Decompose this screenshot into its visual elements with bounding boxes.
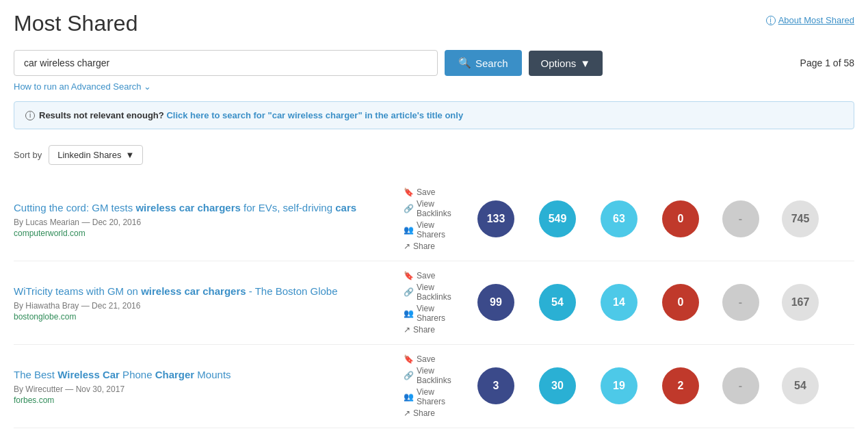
advanced-search-link[interactable]: How to run an Advanced Search ⌄ <box>14 81 854 92</box>
result-title: Cutting the cord: GM tests wireless car … <box>14 200 404 215</box>
search-button[interactable]: 🔍 Search <box>445 50 522 76</box>
linkedin-bubble: 30 <box>539 367 576 404</box>
result-metrics: 133 549 63 0 - 745 <box>465 200 854 237</box>
facebook-bubble: 133 <box>477 200 514 237</box>
result-metrics: 99 54 14 0 - 167 <box>465 284 854 321</box>
table-row: WiTricity teams with GM on wireless car … <box>14 261 854 345</box>
linkedin-bubble: 54 <box>539 284 576 321</box>
result-actions: 🔖Save 🔗View Backlinks 👥View Sharers ↗Sha… <box>404 187 465 251</box>
options-button-label: Options <box>541 57 577 69</box>
result-link[interactable]: The Best Wireless Car Phone Charger Moun… <box>14 369 231 380</box>
notice-link[interactable]: Click here to search for "car wireless c… <box>166 110 463 120</box>
share-action[interactable]: ↗Share <box>404 241 465 251</box>
result-meta: WiTricity teams with GM on wireless car … <box>14 284 404 322</box>
about-link[interactable]: i About Most Shared <box>766 15 854 25</box>
twitter-bubble: 19 <box>601 367 637 404</box>
view-sharers-action[interactable]: 👥View Sharers <box>404 387 465 406</box>
page-count: Page 1 of 58 <box>800 57 854 68</box>
result-title: The Best Wireless Car Phone Charger Moun… <box>14 367 404 382</box>
search-icon: 🔍 <box>458 57 471 69</box>
sharers-icon: 👥 <box>404 392 414 402</box>
save-action[interactable]: 🔖Save <box>404 187 465 197</box>
pinterest-bubble: 0 <box>662 284 699 321</box>
bookmark-icon: 🔖 <box>404 354 414 364</box>
result-byline: By Wirecutter — Nov 30, 2017 <box>14 384 404 394</box>
linkedin-bubble: 549 <box>539 200 576 237</box>
view-sharers-action[interactable]: 👥View Sharers <box>404 220 465 239</box>
share-icon: ↗ <box>404 408 410 418</box>
bookmark-icon: 🔖 <box>404 271 414 280</box>
search-input[interactable] <box>14 50 438 76</box>
result-actions: 🔖Save 🔗View Backlinks 👥View Sharers ↗Sha… <box>404 271 465 335</box>
search-button-label: Search <box>475 57 508 69</box>
result-domain: forbes.com <box>14 395 404 405</box>
link-icon: 🔗 <box>404 371 414 380</box>
twitter-bubble: 63 <box>601 200 637 237</box>
total-bubble: 745 <box>782 200 819 237</box>
total-bubble: 54 <box>782 367 819 404</box>
pinterest-bubble: 2 <box>662 367 699 404</box>
notice-bar: i Results not relevant enough? Click her… <box>14 101 854 129</box>
result-metrics: 3 30 19 2 - 54 <box>465 367 854 404</box>
share-action[interactable]: ↗Share <box>404 408 465 418</box>
twitter-bubble: 14 <box>601 284 637 321</box>
result-actions: 🔖Save 🔗View Backlinks 👥View Sharers ↗Sha… <box>404 354 465 418</box>
result-byline: By Hiawatha Bray — Dec 21, 2016 <box>14 301 404 311</box>
sort-selected-value: Linkedin Shares <box>57 150 121 160</box>
sort-label: Sort by <box>14 150 42 160</box>
num-links-bubble: - <box>722 200 759 237</box>
save-action[interactable]: 🔖Save <box>404 354 465 364</box>
table-row: The Best Wireless Car Phone Charger Moun… <box>14 345 854 428</box>
info-icon: i <box>25 111 35 120</box>
result-link[interactable]: Cutting the cord: GM tests wireless car … <box>14 202 356 213</box>
about-label: About Most Shared <box>778 15 854 25</box>
result-link[interactable]: WiTricity teams with GM on wireless car … <box>14 285 338 297</box>
result-title: WiTricity teams with GM on wireless car … <box>14 284 404 298</box>
table-row: Cutting the cord: GM tests wireless car … <box>14 178 854 261</box>
result-domain: bostonglobe.com <box>14 312 404 322</box>
options-button[interactable]: Options ▼ <box>529 51 603 76</box>
page-title: Most Shared <box>14 11 137 36</box>
advanced-search-label: How to run an Advanced Search <box>14 81 141 92</box>
num-links-bubble: - <box>722 284 759 321</box>
link-icon: 🔗 <box>404 204 414 213</box>
results-list: Cutting the cord: GM tests wireless car … <box>14 178 854 428</box>
pinterest-bubble: 0 <box>662 200 699 237</box>
view-backlinks-action[interactable]: 🔗View Backlinks <box>404 199 465 218</box>
view-backlinks-action[interactable]: 🔗View Backlinks <box>404 283 465 302</box>
result-byline: By Lucas Mearian — Dec 20, 2016 <box>14 218 404 227</box>
info-icon: i <box>766 16 776 25</box>
share-icon: ↗ <box>404 241 410 251</box>
result-domain: computerworld.com <box>14 228 404 238</box>
link-icon: 🔗 <box>404 287 414 297</box>
share-icon: ↗ <box>404 325 410 335</box>
facebook-bubble: 99 <box>477 284 514 321</box>
save-action[interactable]: 🔖Save <box>404 271 465 280</box>
num-links-bubble: - <box>722 367 759 404</box>
chevron-down-icon: ▼ <box>580 57 590 69</box>
sort-select[interactable]: Linkedin Shares ▼ <box>49 145 143 165</box>
chevron-down-icon: ⌄ <box>144 81 151 92</box>
view-sharers-action[interactable]: 👥View Sharers <box>404 304 465 323</box>
facebook-bubble: 3 <box>477 367 514 404</box>
result-meta: Cutting the cord: GM tests wireless car … <box>14 200 404 238</box>
sharers-icon: 👥 <box>404 309 414 318</box>
bookmark-icon: 🔖 <box>404 187 414 197</box>
share-action[interactable]: ↗Share <box>404 325 465 335</box>
sharers-icon: 👥 <box>404 225 414 235</box>
view-backlinks-action[interactable]: 🔗View Backlinks <box>404 366 465 385</box>
notice-text: Results not relevant enough? Click here … <box>39 110 463 120</box>
chevron-down-icon: ▼ <box>125 150 134 160</box>
result-meta: The Best Wireless Car Phone Charger Moun… <box>14 367 404 405</box>
total-bubble: 167 <box>782 284 819 321</box>
